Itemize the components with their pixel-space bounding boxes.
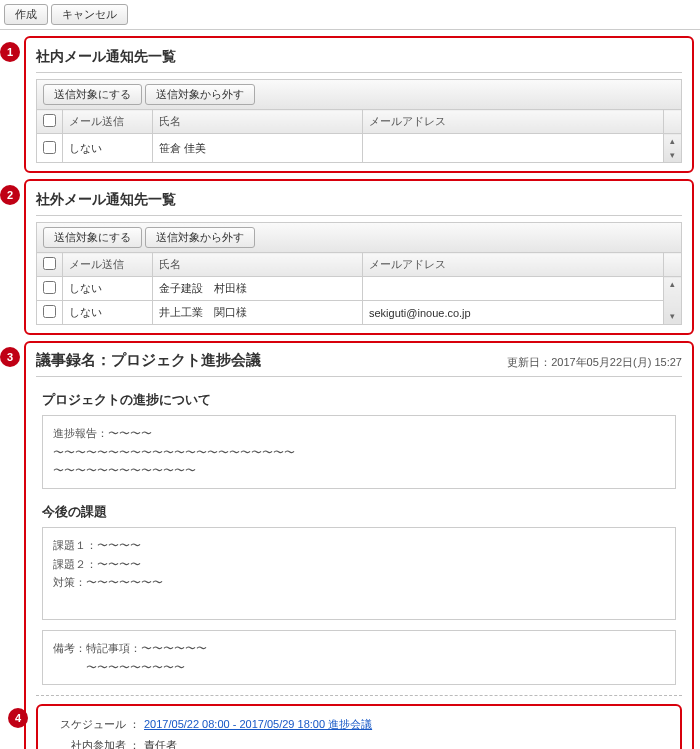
internal-mail-title: 社内メール通知先一覧 <box>36 46 682 73</box>
include-button-2[interactable]: 送信対象にする <box>43 227 142 248</box>
top-toolbar: 作成 キャンセル <box>0 0 700 30</box>
scroll-gutter-2 <box>664 253 682 277</box>
minutes-panel: 議事録名：プロジェクト進捗会議 更新日：2017年05月22日(月) 15:27… <box>24 341 694 749</box>
cell-name: 笹倉 佳美 <box>153 134 363 163</box>
internal-mail-btnrow: 送信対象にする 送信対象から外す <box>36 79 682 109</box>
col-email-header: メールアドレス <box>363 110 664 134</box>
table-row[interactable]: しない 金子建設 村田様 ▴ ▾ <box>37 277 682 301</box>
external-mail-table: メール送信 氏名 メールアドレス しない 金子建設 村田様 ▴ ▾ <box>36 252 682 325</box>
internal-participants-value: 責任者 <box>144 738 664 749</box>
cell-email <box>363 134 664 163</box>
callout-marker-2: 2 <box>0 185 20 205</box>
col-send-header: メール送信 <box>63 110 153 134</box>
exclude-button-1[interactable]: 送信対象から外す <box>145 84 255 105</box>
col-send-header-2: メール送信 <box>63 253 153 277</box>
cell-name: 井上工業 関口様 <box>153 301 363 325</box>
subhead-issues: 今後の課題 <box>42 503 676 521</box>
exclude-button-2[interactable]: 送信対象から外す <box>145 227 255 248</box>
callout-marker-3: 3 <box>0 347 20 367</box>
row-checkbox[interactable] <box>43 281 56 294</box>
cell-email <box>363 277 664 301</box>
row-checkbox[interactable] <box>43 305 56 318</box>
external-mail-panel: 社外メール通知先一覧 送信対象にする 送信対象から外す メール送信 氏名 メール… <box>24 179 694 335</box>
schedule-label: スケジュール ： <box>54 717 144 732</box>
row-checkbox[interactable] <box>43 141 56 154</box>
scroll-down-icon[interactable]: ▾ <box>664 148 680 162</box>
scroll-cell-2: ▴ ▾ <box>664 277 682 325</box>
external-mail-btnrow: 送信対象にする 送信対象から外す <box>36 222 682 252</box>
internal-mail-table: メール送信 氏名 メールアドレス しない 笹倉 佳美 ▴ ▾ <box>36 109 682 163</box>
scroll-up-icon[interactable]: ▴ <box>664 134 680 148</box>
col-name-header: 氏名 <box>153 110 363 134</box>
select-all-checkbox-2[interactable] <box>43 257 56 270</box>
include-button-1[interactable]: 送信対象にする <box>43 84 142 105</box>
subhead-progress: プロジェクトの進捗について <box>42 391 676 409</box>
table-row[interactable]: しない 笹倉 佳美 ▴ ▾ <box>37 134 682 163</box>
body-issues: 課題１：〜〜〜〜 課題２：〜〜〜〜 対策：〜〜〜〜〜〜〜 <box>42 527 676 620</box>
callout-marker-4: 4 <box>8 708 28 728</box>
cell-send: しない <box>63 301 153 325</box>
select-all-checkbox-1[interactable] <box>43 114 56 127</box>
scroll-cell: ▴ ▾ <box>664 134 682 163</box>
col-email-header-2: メールアドレス <box>363 253 664 277</box>
updated-date: 更新日：2017年05月22日(月) 15:27 <box>507 355 682 370</box>
cell-email: sekiguti@inoue.co.jp <box>363 301 664 325</box>
col-name-header-2: 氏名 <box>153 253 363 277</box>
scroll-up-icon[interactable]: ▴ <box>664 277 680 291</box>
external-mail-title: 社外メール通知先一覧 <box>36 189 682 216</box>
body-notes: 備考：特記事項：〜〜〜〜〜〜 〜〜〜〜〜〜〜〜〜 <box>42 630 676 685</box>
body-progress: 進捗報告：〜〜〜〜 〜〜〜〜〜〜〜〜〜〜〜〜〜〜〜〜〜〜〜〜〜〜 〜〜〜〜〜〜〜… <box>42 415 676 489</box>
schedule-link[interactable]: 2017/05/22 08:00 - 2017/05/29 18:00 進捗会議 <box>144 718 372 730</box>
table-row[interactable]: しない 井上工業 関口様 sekiguti@inoue.co.jp <box>37 301 682 325</box>
internal-participants-label: 社内参加者 ： <box>54 738 144 749</box>
meta-panel: スケジュール ： 2017/05/22 08:00 - 2017/05/29 1… <box>36 704 682 749</box>
scroll-down-icon[interactable]: ▾ <box>664 309 680 323</box>
cell-send: しない <box>63 277 153 301</box>
cell-send: しない <box>63 134 153 163</box>
minutes-title: 議事録名：プロジェクト進捗会議 <box>36 351 261 370</box>
internal-mail-panel: 社内メール通知先一覧 送信対象にする 送信対象から外す メール送信 氏名 メール… <box>24 36 694 173</box>
dashed-separator <box>36 695 682 696</box>
callout-marker-1: 1 <box>0 42 20 62</box>
scroll-gutter <box>664 110 682 134</box>
cancel-button[interactable]: キャンセル <box>51 4 128 25</box>
cell-name: 金子建設 村田様 <box>153 277 363 301</box>
create-button[interactable]: 作成 <box>4 4 48 25</box>
